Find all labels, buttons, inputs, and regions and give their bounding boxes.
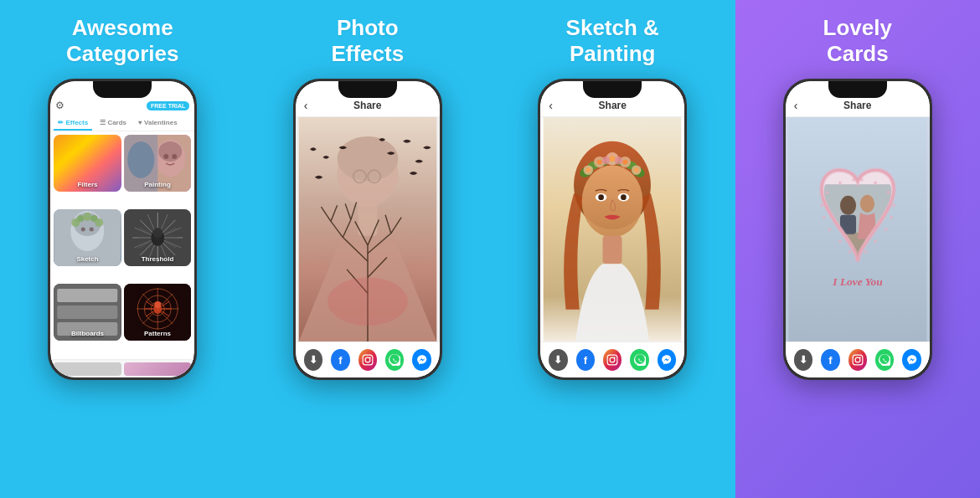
messenger-btn-3[interactable] [658,349,676,371]
svg-point-120 [838,240,842,244]
svg-point-118 [823,216,826,219]
svg-point-129 [860,178,864,182]
svg-point-136 [859,357,861,359]
grid-cell-filters[interactable]: Filters [54,135,121,192]
phone-4: ‹ Share [783,79,932,380]
whatsapp-btn-4[interactable] [875,349,894,371]
svg-point-131 [838,182,842,185]
svg-rect-77 [363,356,373,366]
grid-cell-billboards[interactable]: Billboards [54,284,121,341]
svg-point-17 [90,228,94,232]
instagram-btn-4[interactable] [848,349,867,371]
facebook-btn-3[interactable]: f [576,349,595,371]
svg-rect-87 [603,236,622,264]
messenger-btn-4[interactable] [902,349,921,371]
back-arrow-2[interactable]: ‹ [304,99,308,112]
panel-1-title: AwesomeCategories [66,15,178,67]
svg-point-123 [874,240,877,244]
facebook-btn-4[interactable]: f [821,349,839,371]
svg-rect-107 [607,356,617,366]
double-exposure-content [296,117,440,341]
phone-1-screen: ⚙ FREE TRIAL ✏ Effects ☰ Cards ♥ Valenti… [50,81,194,377]
phone-1-notch [93,81,152,98]
svg-point-135 [855,357,860,362]
phone-4-notch [828,81,887,98]
panel-2-title: PhotoEffects [331,15,404,67]
screen1-tabs: ✏ Effects ☰ Cards ♥ Valentines [50,115,194,131]
back-arrow-4[interactable]: ‹ [794,99,798,112]
svg-point-7 [127,141,154,178]
portrait-content [540,117,684,341]
svg-point-96 [586,168,591,173]
tab-cards[interactable]: ☰ Cards [95,116,131,131]
free-trial-badge[interactable]: FREE TRIAL [147,101,189,110]
svg-point-125 [890,216,893,219]
tab-effects[interactable]: ✏ Effects [54,116,92,131]
svg-point-4 [163,154,168,159]
whatsapp-btn-2[interactable] [385,349,404,371]
svg-point-5 [172,154,177,159]
svg-point-98 [597,160,602,165]
svg-point-28 [152,228,162,238]
phone-3: ‹ Share [538,79,687,380]
tab-valentines[interactable]: ♥ Valentines [134,116,182,131]
grid-cell-sketch[interactable]: Sketch [54,209,121,266]
whatsapp-btn-3[interactable] [630,349,648,371]
phone-2-screen: ‹ Share [296,81,440,377]
svg-point-76 [328,278,408,326]
share-bottombar-4: ⬇ f [786,341,930,377]
threshold-label: Threshold [124,255,192,263]
svg-point-117 [820,204,823,208]
instagram-btn-3[interactable] [603,349,622,371]
svg-point-124 [884,228,887,231]
svg-rect-37 [58,305,118,319]
panel-lovely-cards: LovelyCards ‹ Share [735,0,981,498]
svg-point-106 [615,157,623,165]
svg-point-109 [614,357,616,359]
phone-1: ⚙ FREE TRIAL ✏ Effects ☰ Cards ♥ Valenti… [48,79,197,380]
svg-text:I Love You: I Love You [832,275,883,288]
share-label-2: Share [353,100,381,111]
facebook-btn-2[interactable]: f [331,349,349,371]
phone-3-screen: ‹ Share [540,81,684,377]
phone-2-notch [338,81,397,98]
sketch-label: Sketch [54,255,121,263]
svg-point-84 [599,195,605,201]
svg-rect-36 [58,289,118,302]
svg-point-15 [95,218,104,227]
svg-point-122 [864,250,867,254]
billboards-label: Billboards [54,330,121,337]
svg-point-79 [369,357,371,359]
screen1-grid: Filters [50,131,194,359]
phone-3-notch [583,81,642,98]
svg-point-3 [158,141,182,162]
svg-point-102 [623,160,628,165]
patterns-label: Patterns [124,330,192,337]
share-bottombar-2: ⬇ f [296,341,440,377]
download-btn-3[interactable]: ⬇ [549,349,567,371]
share-label-4: Share [843,100,871,111]
phone-4-screen: ‹ Share [786,81,930,377]
svg-rect-134 [853,356,863,366]
messenger-btn-2[interactable] [412,349,431,371]
grid-cell-patterns[interactable]: Patterns [124,284,192,341]
phone-2: ‹ Share [293,79,442,380]
share-bottombar-3: ⬇ f [540,341,684,377]
svg-point-13 [84,213,92,221]
svg-point-114 [840,196,856,215]
back-arrow-3[interactable]: ‹ [549,99,553,112]
cards-content: I Love You [786,117,930,341]
panel-sketch-painting: Sketch &Painting ‹ Share [490,0,735,498]
grid-cell-threshold[interactable]: Threshold [124,209,192,266]
painting-label: Painting [124,181,192,188]
svg-point-126 [892,204,895,208]
instagram-btn-2[interactable] [358,349,377,371]
download-btn-4[interactable]: ⬇ [794,349,812,371]
svg-point-105 [602,157,611,165]
svg-point-86 [621,195,627,201]
svg-point-116 [860,195,874,213]
filters-label: Filters [54,181,121,188]
download-btn-2[interactable]: ⬇ [304,349,322,371]
grid-cell-painting[interactable]: Painting [124,135,192,192]
svg-point-121 [848,250,851,254]
